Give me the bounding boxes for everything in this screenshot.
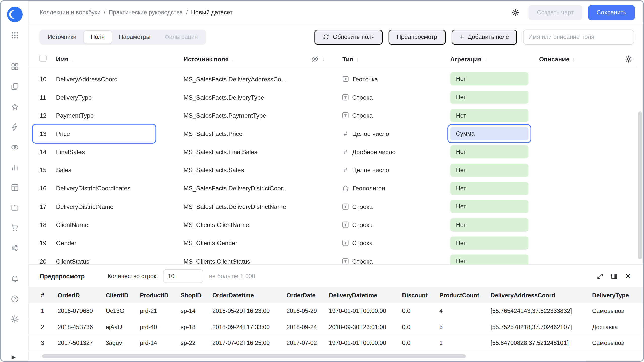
aggregation-select[interactable]: Нет	[450, 72, 529, 85]
col-header-source[interactable]: Источник поля↓	[184, 55, 311, 62]
field-type[interactable]: #Целое число	[342, 130, 450, 137]
breadcrumb-guides[interactable]: Практические руководства	[109, 9, 183, 16]
notifications-button[interactable]	[10, 274, 20, 284]
field-name[interactable]: PaymentType	[56, 112, 183, 119]
close-preview-button[interactable]: ×	[621, 269, 635, 283]
help-button[interactable]: ?	[10, 294, 20, 304]
field-row-Sales[interactable]: 15SalesMS_SalesFacts.Sales#Целое числоНе…	[29, 161, 637, 179]
field-type[interactable]: #Целое число	[342, 167, 450, 174]
aggregation-select[interactable]: Нет	[450, 200, 529, 213]
add-field-button[interactable]: + Добавить поле	[451, 29, 517, 45]
aggregation-select[interactable]: Нет	[450, 109, 529, 122]
gear-icon	[11, 315, 19, 323]
field-name[interactable]: DeliveryDistrictName	[56, 203, 183, 210]
horizontal-scrollbar-thumb[interactable]	[42, 354, 466, 358]
sidebar-item-charts[interactable]	[10, 122, 20, 132]
field-name[interactable]: DeliveryAddressCoord	[56, 75, 183, 82]
split-view-button[interactable]	[607, 269, 621, 283]
apps-grid-icon[interactable]	[10, 30, 20, 40]
sidebar-item-marketplace[interactable]	[10, 223, 20, 233]
field-name[interactable]: Gender	[56, 240, 183, 247]
aggregation-select[interactable]: Нет	[450, 218, 529, 231]
aggregation-select[interactable]: Сумма	[450, 127, 529, 140]
field-name[interactable]: DeliveryType	[56, 94, 183, 101]
field-name[interactable]: Sales	[56, 167, 183, 174]
datalens-logo[interactable]	[7, 6, 23, 23]
sort-arrow-icon[interactable]: ↓	[322, 56, 325, 62]
col-header-description[interactable]: Описание↓	[539, 55, 619, 62]
field-row-DeliveryDistrictName[interactable]: 17DeliveryDistrictNameMS_SalesFacts.Deli…	[29, 197, 637, 215]
tab-sources[interactable]: Источники	[41, 31, 84, 43]
field-row-DeliveryType[interactable]: 11DeliveryTypeMS_SalesFacts.DeliveryType…	[29, 88, 637, 106]
field-type[interactable]: Геоточка	[342, 75, 450, 82]
preview-rows: 12016-079680Uc13Gprd-21sp-142016-05-29T1…	[29, 303, 643, 351]
aggregation-select[interactable]: Нет	[450, 163, 529, 176]
field-type[interactable]: TСтрока	[342, 112, 450, 119]
horizontal-scrollbar[interactable]	[29, 354, 643, 358]
sort-arrow-icon[interactable]: ↓	[572, 56, 575, 62]
refresh-fields-button[interactable]: Обновить поля	[314, 29, 383, 45]
expand-preview-button[interactable]	[593, 269, 607, 283]
sidebar-item-connections[interactable]	[10, 142, 20, 152]
field-type[interactable]: TСтрока	[342, 240, 450, 247]
sidebar-item-favorites[interactable]	[10, 102, 20, 112]
aggregation-select[interactable]: Нет	[450, 255, 529, 264]
field-row-FinalSales[interactable]: 14FinalSalesMS_SalesFacts.FinalSales#Дро…	[29, 143, 637, 161]
sort-arrow-icon[interactable]: ↓	[232, 56, 234, 62]
table-settings-button[interactable]	[619, 55, 637, 63]
field-type[interactable]: TСтрока	[342, 221, 450, 228]
sidebar-item-datasets[interactable]	[10, 183, 20, 192]
vertical-scrollbar[interactable]	[638, 52, 642, 262]
aggregation-select[interactable]: Нет	[450, 145, 529, 158]
field-row-PaymentType[interactable]: 12PaymentTypeMS_SalesFacts.PaymentTypeTС…	[29, 106, 637, 124]
aggregation-select[interactable]: Нет	[450, 182, 529, 195]
select-all-checkbox[interactable]	[39, 55, 47, 62]
field-type[interactable]: TСтрока	[342, 94, 450, 101]
field-row-DeliveryAddressCoord[interactable]: 10DeliveryAddressCoordMS_SalesFacts.Deli…	[29, 70, 637, 88]
sidebar-item-analytics[interactable]	[10, 162, 20, 172]
preview-cell: [55.765424143,37.622333832]	[491, 308, 592, 314]
sidebar-item-storage[interactable]	[10, 203, 20, 212]
field-row-Gender[interactable]: 19GenderMS_Clients.GenderTСтрокаНет	[29, 234, 637, 252]
field-name[interactable]: Price	[56, 130, 183, 137]
field-name[interactable]: ClientName	[56, 221, 183, 228]
preview-cell: Самовывоз	[592, 308, 644, 314]
tab-parameters[interactable]: Параметры	[112, 31, 157, 43]
field-name[interactable]: DeliveryDistrictCoordinates	[56, 185, 183, 192]
col-header-visibility[interactable]: ↓	[311, 55, 342, 63]
sort-arrow-icon[interactable]: ↓	[71, 56, 74, 62]
field-name[interactable]: FinalSales	[56, 148, 183, 155]
sidebar-item-dashboards[interactable]	[10, 62, 20, 71]
col-header-type[interactable]: Тип↓	[342, 55, 450, 62]
row-number: 12	[39, 112, 56, 119]
sort-arrow-icon[interactable]: ↓	[485, 56, 487, 62]
save-button[interactable]: Сохранить	[588, 5, 635, 20]
sidebar-expand-button[interactable]: ▶	[12, 354, 16, 360]
field-row-ClientStatus[interactable]: 20ClientStatusMS_Clients.ClientStatusTСт…	[29, 252, 637, 264]
field-type[interactable]: TСтрока	[342, 203, 450, 210]
row-count-input[interactable]	[163, 269, 203, 283]
aggregation-select[interactable]: Нет	[450, 91, 529, 104]
sidebar-item-services[interactable]	[10, 243, 20, 253]
preview-toggle-button[interactable]: Предпросмотр	[389, 29, 446, 45]
field-type[interactable]: TСтрока	[342, 258, 450, 264]
preview-col-header: DeliveryType	[592, 292, 644, 298]
field-row-DeliveryDistrictCoordinates[interactable]: 16DeliveryDistrictCoordinatesMS_SalesFac…	[29, 179, 637, 197]
field-type[interactable]: #Дробное число	[342, 148, 450, 155]
field-row-ClientName[interactable]: 18ClientNameMS_Clients.ClientNameTСтрока…	[29, 216, 637, 234]
col-header-name[interactable]: Имя↓	[56, 55, 183, 62]
field-source: MS_Clients.ClientName	[184, 221, 311, 228]
breadcrumb-collections[interactable]: Коллекции и воркбуки	[39, 9, 100, 16]
sidebar-item-workbooks[interactable]	[10, 82, 20, 92]
col-header-aggregation[interactable]: Агрегация↓	[450, 55, 539, 62]
aggregation-select[interactable]: Нет	[450, 236, 529, 249]
field-search-input[interactable]	[523, 29, 634, 45]
sort-arrow-icon[interactable]: ↓	[356, 56, 359, 62]
settings-button[interactable]	[10, 314, 20, 324]
tab-fields[interactable]: Поля	[84, 31, 112, 43]
dataset-settings-button[interactable]	[511, 9, 519, 16]
field-row-Price[interactable]: 13PriceMS_SalesFacts.Price#Целое числоСу…	[29, 124, 637, 143]
field-type[interactable]: Геополигон	[342, 185, 450, 192]
vertical-scrollbar-thumb[interactable]	[638, 111, 642, 259]
field-name[interactable]: ClientStatus	[56, 258, 183, 264]
